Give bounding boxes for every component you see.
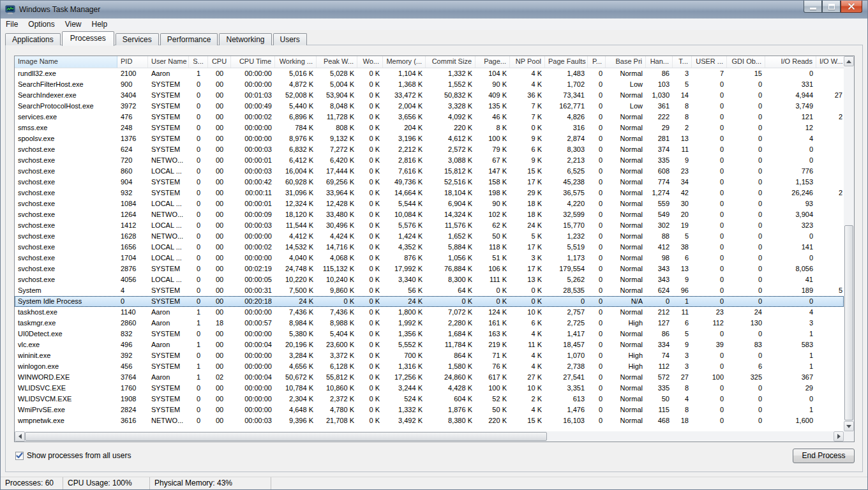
column-header-i-o-reads[interactable]: I/O Reads bbox=[765, 56, 816, 68]
table-row[interactable]: System4SYSTEM00000:00:317,500 K9,860 K0 … bbox=[15, 285, 844, 296]
table-row[interactable]: svchost.exe932SYSTEM00000:00:1131,096 K3… bbox=[15, 188, 844, 198]
table-row[interactable]: SearchFilterHost.exe900SYSTEM00000:00:00… bbox=[15, 79, 844, 90]
table-cell: System Idle Process bbox=[15, 296, 117, 307]
table-cell: 00 bbox=[208, 112, 231, 122]
table-cell: 17 K bbox=[510, 242, 545, 253]
tab-services[interactable]: Services bbox=[116, 33, 159, 45]
column-header-page-faults[interactable]: Page Faults bbox=[545, 56, 588, 68]
table-row[interactable]: taskmgr.exe2860Aaron11800:00:578,984 K8,… bbox=[15, 318, 844, 329]
column-header-han[interactable]: Han... bbox=[646, 56, 673, 68]
menu-file[interactable]: File bbox=[1, 19, 23, 29]
table-row[interactable]: svchost.exe1628NETWO...00000:00:004,412 … bbox=[15, 231, 844, 242]
column-header-pid[interactable]: PID bbox=[117, 56, 148, 68]
minimize-button[interactable] bbox=[804, 1, 822, 13]
table-row[interactable]: svchost.exe1084LOCAL ...00000:00:0112,32… bbox=[15, 198, 844, 209]
table-row[interactable]: wininit.exe392SYSTEM00000:00:003,284 K3,… bbox=[15, 350, 844, 361]
table-row[interactable]: WmiPrvSE.exe2824SYSTEM00000:00:004,648 K… bbox=[15, 405, 844, 415]
column-header-user[interactable]: USER ... bbox=[692, 56, 727, 68]
vertical-scroll-thumb[interactable] bbox=[844, 225, 853, 420]
table-row[interactable]: WLIDSVCM.EXE1908SYSTEM00000:00:002,304 K… bbox=[15, 394, 844, 405]
close-button[interactable] bbox=[841, 1, 862, 13]
menu-view[interactable]: View bbox=[60, 19, 87, 29]
column-header-peak-w[interactable]: Peak W... bbox=[317, 56, 357, 68]
column-header-s[interactable]: S... bbox=[189, 56, 208, 68]
column-header-t[interactable]: T... bbox=[673, 56, 692, 68]
table-row[interactable]: services.exe476SYSTEM00000:00:026,896 K1… bbox=[15, 112, 844, 122]
maximize-button[interactable] bbox=[822, 1, 841, 13]
column-header-np-pool[interactable]: NP Pool bbox=[510, 56, 545, 68]
table-cell: 00:00:00 bbox=[231, 307, 275, 318]
column-header-commit-size[interactable]: Commit Size bbox=[426, 56, 475, 68]
vertical-scrollbar[interactable] bbox=[844, 56, 854, 431]
column-header-i-o-w[interactable]: I/O W... bbox=[816, 56, 844, 68]
tab-processes[interactable]: Processes bbox=[62, 31, 114, 46]
table-row[interactable]: svchost.exe624SYSTEM00000:00:036,832 K7,… bbox=[15, 144, 844, 155]
tab-users[interactable]: Users bbox=[273, 33, 307, 45]
tab-networking[interactable]: Networking bbox=[219, 33, 271, 45]
table-row[interactable]: WLIDSVC.EXE1760SYSTEM00000:00:0010,784 K… bbox=[15, 383, 844, 394]
table-cell: 8 bbox=[673, 405, 692, 415]
table-cell: 52 K bbox=[475, 394, 510, 405]
column-header-cpu[interactable]: CPU bbox=[208, 56, 231, 68]
table-row[interactable]: SearchProtocolHost.exe3972SYSTEM00000:00… bbox=[15, 101, 844, 112]
scroll-down-button[interactable] bbox=[844, 421, 854, 431]
table-row[interactable]: svchost.exe904SYSTEM00000:00:4260,928 K6… bbox=[15, 177, 844, 188]
column-header-base-pri[interactable]: Base Pri bbox=[606, 56, 646, 68]
column-header-working[interactable]: Working ... bbox=[275, 56, 317, 68]
column-header-user-name[interactable]: User Name bbox=[148, 56, 189, 68]
table-row[interactable]: taskhost.exe1140Aaron10000:00:007,436 K7… bbox=[15, 307, 844, 318]
table-cell: 0 bbox=[692, 361, 727, 372]
table-row[interactable]: svchost.exe1412LOCAL ...00000:00:0311,54… bbox=[15, 220, 844, 231]
table-cell: 0 K bbox=[357, 231, 383, 242]
title-bar[interactable]: Windows Task Manager bbox=[1, 1, 867, 19]
table-row[interactable]: svchost.exe4056LOCAL ...00000:00:0510,22… bbox=[15, 274, 844, 285]
column-header-page[interactable]: Page... bbox=[475, 56, 510, 68]
column-header-memory[interactable]: Memory (... bbox=[383, 56, 426, 68]
table-row[interactable]: vlc.exe496Aaron10000:00:0420,196 K23,600… bbox=[15, 339, 844, 350]
table-cell: 222 bbox=[646, 112, 673, 122]
table-cell: SYSTEM bbox=[148, 285, 189, 296]
table-row[interactable]: svchost.exe1704LOCAL ...00000:00:004,040… bbox=[15, 253, 844, 264]
table-row[interactable]: svchost.exe860LOCAL ...00000:00:0316,004… bbox=[15, 166, 844, 177]
table-row[interactable]: UI0Detect.exe832SYSTEM00000:00:005,380 K… bbox=[15, 329, 844, 339]
table-row[interactable]: WINWORD.EXE3764Aaron10200:00:0450,672 K5… bbox=[15, 372, 844, 383]
table-row[interactable]: System Idle Process0SYSTEM00000:20:1824 … bbox=[15, 296, 844, 307]
table-cell: 0 bbox=[765, 296, 816, 307]
table-row[interactable]: winlogon.exe456SYSTEM10000:00:004,656 K6… bbox=[15, 361, 844, 372]
table-cell: 1,876 K bbox=[426, 405, 475, 415]
table-row[interactable]: smss.exe248SYSTEM00000:00:00784 K808 K0 … bbox=[15, 122, 844, 133]
table-row[interactable]: spoolsv.exe1376SYSTEM00000:00:008,976 K9… bbox=[15, 133, 844, 144]
tab-applications[interactable]: Applications bbox=[5, 33, 61, 45]
column-header-gdi-ob[interactable]: GDI Ob... bbox=[727, 56, 765, 68]
menu-options[interactable]: Options bbox=[23, 19, 59, 29]
table-row[interactable]: rundll32.exe2100Aaron10000:00:005,016 K5… bbox=[15, 68, 844, 79]
show-all-users-checkbox[interactable]: Show processes from all users bbox=[15, 451, 131, 460]
table-cell: 0 bbox=[189, 383, 208, 394]
horizontal-scrollbar[interactable] bbox=[15, 431, 844, 442]
horizontal-scroll-thumb[interactable] bbox=[25, 432, 547, 441]
table-row[interactable]: svchost.exe720NETWO...00000:00:016,412 K… bbox=[15, 155, 844, 166]
table-row[interactable]: svchost.exe1264NETWO...00000:00:0918,120… bbox=[15, 209, 844, 220]
table-cell: SYSTEM bbox=[148, 383, 189, 394]
table-cell: 00:00:04 bbox=[231, 339, 275, 350]
table-cell: 100 K bbox=[475, 383, 510, 394]
scroll-right-button[interactable] bbox=[834, 431, 844, 442]
column-header-cpu-time[interactable]: CPU Time bbox=[231, 56, 275, 68]
menu-help[interactable]: Help bbox=[87, 19, 113, 29]
scroll-up-button[interactable] bbox=[844, 56, 854, 66]
table-cell: 0 bbox=[588, 231, 606, 242]
column-header-wo[interactable]: Wo... bbox=[357, 56, 383, 68]
table-row[interactable]: svchost.exe2876SYSTEM00000:02:1924,748 K… bbox=[15, 264, 844, 274]
table-row[interactable]: SearchIndexer.exe3404SYSTEM00000:01:0352… bbox=[15, 90, 844, 101]
table-cell: Normal bbox=[606, 285, 646, 296]
column-header-p[interactable]: P... bbox=[588, 56, 606, 68]
column-header-image-name[interactable]: Image Name bbox=[15, 56, 117, 68]
end-process-button[interactable]: End Process bbox=[793, 449, 855, 463]
table-cell: 9,396 K bbox=[275, 415, 317, 426]
table-row[interactable]: wmpnetwk.exe3616NETWO...00000:00:039,396… bbox=[15, 415, 844, 426]
table-row[interactable]: svchost.exe1656LOCAL ...00000:00:0214,53… bbox=[15, 242, 844, 253]
table-cell: 00 bbox=[208, 307, 231, 318]
tab-performance[interactable]: Performance bbox=[160, 33, 218, 45]
table-cell: 0 bbox=[727, 209, 765, 220]
scroll-left-button[interactable] bbox=[15, 431, 25, 442]
